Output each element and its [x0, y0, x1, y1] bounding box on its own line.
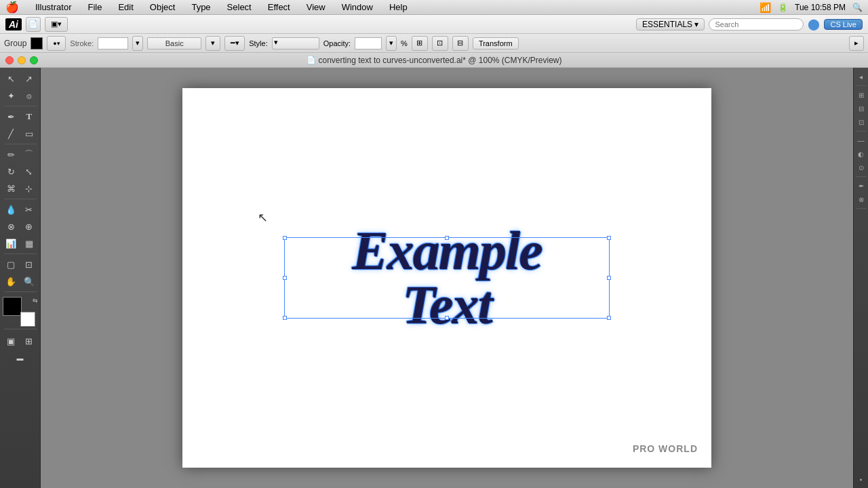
- warp-tool[interactable]: ⌘: [3, 180, 20, 197]
- cs-live-button[interactable]: CS Live: [824, 19, 863, 30]
- live-paint-tool[interactable]: ⊕: [20, 218, 38, 235]
- eyedropper-tool[interactable]: 💧: [3, 201, 20, 218]
- column-graph-tool[interactable]: ▦: [20, 235, 38, 251]
- stroke-panel-button[interactable]: —: [855, 134, 867, 146]
- canvas-area[interactable]: Example Text PRO WORLD ↖: [41, 68, 853, 488]
- profile-button[interactable]: ━▾: [224, 36, 245, 51]
- handle-middle-left[interactable]: [283, 276, 287, 280]
- essentials-button[interactable]: ESSENTIALS ▾: [636, 18, 705, 30]
- battery-icon: 🔋: [778, 3, 788, 12]
- menu-file[interactable]: File: [85, 2, 104, 12]
- stroke-weight-field[interactable]: [98, 37, 128, 49]
- example-text[interactable]: Example Text: [315, 224, 579, 332]
- transform-panel-button[interactable]: ⊡: [855, 116, 867, 128]
- cs-sync-icon[interactable]: ⬤: [808, 18, 820, 30]
- menu-object[interactable]: Object: [147, 2, 178, 12]
- rotate-tool[interactable]: ↻: [3, 163, 20, 180]
- handle-middle-right[interactable]: [607, 276, 611, 280]
- handle-bottom-left[interactable]: [283, 316, 287, 320]
- artboard-tool[interactable]: ▢: [3, 256, 20, 272]
- measure-tool[interactable]: ✂: [20, 201, 38, 218]
- percent-label: %: [401, 39, 408, 47]
- brush-tool[interactable]: ⌒: [20, 146, 38, 163]
- document-title: converting text to curves-unconverted.ai…: [319, 56, 562, 65]
- right-panel: ◂ ⊞ ⊟ ⊡ — ◐ ⊙ ✒ ⊗ ▪: [853, 68, 868, 488]
- scale-tool[interactable]: ⤡: [20, 163, 38, 180]
- symbols-button[interactable]: ⊟: [452, 36, 469, 51]
- stroke-weight-stepper[interactable]: ▾: [132, 36, 143, 51]
- symbols-panel-button[interactable]: ⊗: [855, 193, 867, 205]
- view-options-button[interactable]: ▣▾: [45, 17, 68, 32]
- brush-panel-button[interactable]: ✒: [855, 180, 867, 192]
- fill-mode-tool[interactable]: ⊞: [20, 333, 38, 349]
- menu-type[interactable]: Type: [189, 2, 213, 12]
- menu-illustrator[interactable]: Illustrator: [33, 2, 74, 12]
- properties-toolbar: Group ●▾ Stroke: ▾ Basic ▾ ━▾ Style: ▾ O…: [0, 34, 868, 53]
- artboard[interactable]: Example Text PRO WORLD: [182, 88, 711, 468]
- stroke-line-preview: Basic: [147, 37, 201, 49]
- style-label: Style:: [249, 39, 268, 47]
- foreground-color[interactable]: [3, 297, 22, 316]
- panel-collapse-button[interactable]: ◂: [855, 70, 867, 83]
- color-mode-button[interactable]: ●▾: [47, 36, 66, 51]
- example-text-container[interactable]: Example Text: [315, 224, 579, 332]
- pen-tool[interactable]: ✒: [3, 108, 20, 125]
- opacity-field[interactable]: 100: [355, 37, 382, 49]
- document-icon: 📄: [307, 56, 316, 64]
- selection-tool[interactable]: ↖: [3, 70, 20, 87]
- swap-colors-icon[interactable]: ⇆: [33, 297, 38, 304]
- mac-menubar: 🍎 Illustrator File Edit Object Type Sele…: [0, 0, 868, 15]
- graph-tool[interactable]: 📊: [3, 235, 20, 251]
- opacity-label: Opacity:: [323, 39, 351, 47]
- group-label: Group: [4, 39, 26, 48]
- menu-window[interactable]: Window: [339, 2, 376, 12]
- ai-logo: Ai: [5, 18, 22, 30]
- fill-color-swatch[interactable]: [31, 37, 43, 49]
- pathfinder-panel-button[interactable]: ⊟: [855, 102, 867, 115]
- apple-menu[interactable]: 🍎: [5, 1, 19, 14]
- handle-top-left[interactable]: [283, 236, 287, 240]
- slice-tool[interactable]: ⊡: [20, 256, 38, 272]
- menu-select[interactable]: Select: [224, 2, 254, 12]
- shape-tool[interactable]: ▭: [20, 125, 38, 142]
- screen-mode-tool[interactable]: ▣: [3, 333, 20, 349]
- handle-bottom-right[interactable]: [607, 316, 611, 320]
- stroke-options-button[interactable]: ▾: [205, 36, 220, 51]
- style-select[interactable]: ▾: [272, 37, 319, 49]
- screen-display-tool[interactable]: ▬: [3, 350, 38, 366]
- background-color[interactable]: [20, 312, 35, 327]
- magic-wand-tool[interactable]: ✦: [3, 87, 20, 104]
- close-button[interactable]: [5, 56, 14, 64]
- minimize-button[interactable]: [18, 56, 26, 64]
- time-display: Tue 10:58 PM: [795, 3, 846, 12]
- title-bar: 📄 converting text to curves-unconverted.…: [0, 53, 868, 68]
- opacity-stepper[interactable]: ▾: [386, 36, 397, 51]
- direct-selection-tool[interactable]: ↗: [20, 70, 38, 87]
- wifi-icon: 📶: [760, 2, 771, 13]
- menu-view[interactable]: View: [304, 2, 328, 12]
- gradient-panel-button[interactable]: ◐: [855, 148, 867, 160]
- free-transform-tool[interactable]: ⊹: [20, 180, 38, 197]
- line-tool[interactable]: ╱: [3, 125, 20, 142]
- align-panel-button[interactable]: ⊞: [855, 89, 867, 101]
- menu-edit[interactable]: Edit: [115, 2, 136, 12]
- transform-button[interactable]: Transform: [473, 37, 519, 49]
- type-tool[interactable]: T: [20, 108, 38, 125]
- search-icon[interactable]: 🔍: [852, 3, 863, 12]
- maximize-button[interactable]: [30, 56, 38, 64]
- toolbar-collapse-button[interactable]: ▸: [849, 36, 864, 51]
- menu-effect[interactable]: Effect: [265, 2, 293, 12]
- handle-top-right[interactable]: [607, 236, 611, 240]
- align-tools-button[interactable]: ⊞: [412, 36, 428, 51]
- blend-tool[interactable]: ⊗: [3, 218, 20, 235]
- lasso-tool[interactable]: ⌾: [20, 87, 38, 104]
- scroll-handle[interactable]: ▪: [855, 473, 867, 485]
- color-panel-button[interactable]: ⊙: [855, 161, 867, 174]
- hand-tool[interactable]: ✋: [3, 273, 20, 289]
- new-document-button[interactable]: 📄: [26, 17, 41, 32]
- pencil-tool[interactable]: ✏: [3, 146, 20, 163]
- envelope-button[interactable]: ⊡: [432, 36, 448, 51]
- menu-help[interactable]: Help: [387, 2, 410, 12]
- zoom-tool[interactable]: 🔍: [20, 273, 38, 289]
- search-input[interactable]: [709, 18, 804, 30]
